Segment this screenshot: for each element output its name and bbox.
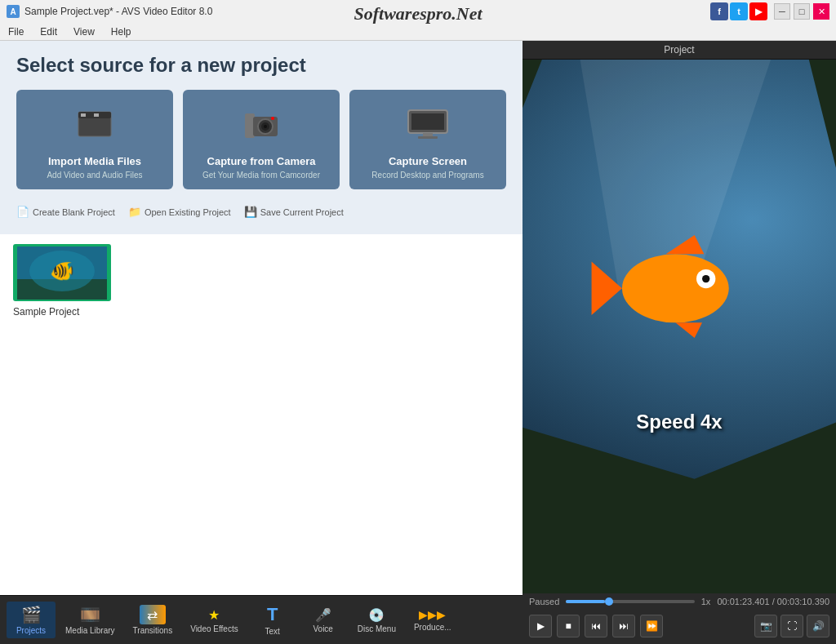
produce-label: Produce... (414, 623, 451, 632)
time-display: 00:01:23.401 / 00:03:10.390 (717, 597, 829, 606)
seek-bar[interactable] (566, 600, 694, 603)
projects-label: Projects (16, 626, 46, 635)
screen-icon (359, 100, 496, 149)
toolbar-transitions[interactable]: ⇄ Transitions (125, 602, 181, 638)
camera-card-title: Capture from Camera (193, 155, 330, 167)
svg-rect-13 (411, 113, 444, 130)
project-name: Sample Project (13, 306, 111, 318)
open-icon: 📁 (128, 206, 141, 218)
produce-icon: ▶▶▶ (419, 608, 446, 621)
svg-rect-5 (100, 113, 105, 117)
screen-card-subtitle: Record Desktop and Programs (359, 171, 496, 180)
preview-panel: Project (522, 41, 836, 644)
seek-handle (605, 597, 613, 606)
projects-area: 🐠 Sample Project (0, 234, 522, 595)
create-blank-label: Create Blank Project (33, 207, 115, 217)
prev-button[interactable]: ⏮ (585, 615, 607, 637)
camera-card-subtitle: Get Your Media from Camcorder (193, 171, 330, 180)
main-layout: Select source for a new project (0, 41, 836, 644)
toolbar-disc[interactable]: 💿 Disc Menu (349, 604, 404, 637)
paused-label: Paused (529, 597, 559, 606)
camera-card[interactable]: Capture from Camera Get Your Media from … (183, 90, 340, 189)
title-bar: A Sample Project.vep* - AVS Video Editor… (0, 0, 836, 23)
effects-icon: ★ (208, 607, 220, 623)
source-cards: Import Media Files Add Video and Audio F… (16, 90, 506, 189)
media-label: Media Library (65, 626, 115, 635)
save-current-label: Save Current Project (260, 207, 344, 217)
text-label: Text (265, 627, 280, 636)
disc-icon: 💿 (368, 607, 385, 623)
blank-icon: 📄 (16, 206, 29, 218)
source-title: Select source for a new project (16, 54, 506, 77)
svg-rect-2 (81, 113, 86, 117)
svg-rect-3 (87, 113, 92, 117)
toolbar-projects[interactable]: 🎬 Projects (7, 602, 56, 638)
source-area: Select source for a new project (0, 41, 522, 234)
main-toolbar: 🎬 Projects 🎞️ Media Library ⇄ Transition… (0, 595, 522, 644)
voice-icon: 🎤 (315, 607, 331, 623)
project-thumbnail: 🐠 (13, 244, 111, 301)
screenshot-button[interactable]: 📷 (754, 615, 777, 637)
svg-text:🐠: 🐠 (50, 259, 74, 282)
menu-file[interactable]: File (5, 24, 27, 39)
preview-status: Paused 1x 00:01:23.401 / 00:03:10.390 (529, 597, 829, 606)
fullscreen-button[interactable]: ⛶ (780, 615, 803, 637)
source-actions: 📄 Create Blank Project 📁 Open Existing P… (16, 202, 506, 221)
toolbar-produce[interactable]: ▶▶▶ Produce... (406, 605, 460, 635)
preview-extra-buttons: 📷 ⛶ 🔊 (754, 615, 829, 637)
left-panel: Select source for a new project (0, 41, 522, 644)
toolbar-text[interactable]: T Text (248, 601, 297, 639)
toolbar-media[interactable]: 🎞️ Media Library (57, 602, 123, 638)
menu-view[interactable]: View (70, 24, 98, 39)
maximize-button[interactable]: □ (794, 3, 810, 20)
save-current-btn[interactable]: 💾 Save Current Project (244, 206, 344, 218)
watermark: Softwarespro.Net (354, 3, 482, 24)
twitter-icon[interactable]: t (730, 2, 748, 20)
ffwd-button[interactable]: ⏩ (640, 615, 663, 637)
import-card-title: Import Media Files (26, 155, 163, 167)
next-button[interactable]: ⏭ (612, 615, 635, 637)
camera-icon (193, 100, 330, 149)
svg-rect-4 (94, 113, 99, 117)
window-controls: ─ □ ✕ (774, 3, 829, 20)
social-icons: f t ▶ (710, 2, 767, 20)
media-icon: 🎞️ (80, 605, 100, 624)
import-card[interactable]: Import Media Files Add Video and Audio F… (16, 90, 173, 189)
voice-label: Voice (313, 624, 332, 633)
create-blank-btn[interactable]: 📄 Create Blank Project (16, 206, 115, 218)
playback-buttons: ▶ ■ ⏮ ⏭ ⏩ 📷 ⛶ 🔊 (529, 611, 829, 641)
speed-overlay: Speed 4x (636, 411, 722, 433)
volume-button[interactable]: 🔊 (807, 615, 829, 637)
svg-rect-15 (418, 136, 438, 139)
menu-edit[interactable]: Edit (37, 24, 60, 39)
menu-bar: File Edit View Help (0, 23, 836, 41)
transitions-icon: ⇄ (140, 605, 166, 624)
screen-card[interactable]: Capture Screen Record Desktop and Progra… (349, 90, 506, 189)
play-button[interactable]: ▶ (529, 615, 552, 637)
preview-controls: Paused 1x 00:01:23.401 / 00:03:10.390 ▶ … (522, 593, 836, 644)
close-button[interactable]: ✕ (813, 3, 829, 20)
minimize-button[interactable]: ─ (774, 3, 790, 20)
stop-button[interactable]: ■ (557, 615, 580, 637)
svg-point-10 (264, 125, 267, 128)
transitions-label: Transitions (133, 626, 173, 635)
import-icon (26, 100, 163, 149)
toolbar-voice[interactable]: 🎤 Voice (299, 604, 348, 637)
menu-help[interactable]: Help (108, 24, 135, 39)
seek-progress (566, 600, 604, 603)
svg-point-25 (622, 254, 729, 322)
open-existing-label: Open Existing Project (145, 207, 231, 217)
preview-area: Speed 4x (522, 60, 836, 593)
text-icon: T (267, 604, 278, 625)
facebook-icon[interactable]: f (710, 2, 728, 20)
toolbar-effects[interactable]: ★ Video Effects (182, 604, 247, 637)
svg-point-28 (702, 275, 709, 282)
open-existing-btn[interactable]: 📁 Open Existing Project (128, 206, 231, 218)
project-item[interactable]: 🐠 Sample Project (13, 244, 111, 318)
effects-label: Video Effects (190, 624, 238, 633)
speed-label: 1x (701, 597, 711, 606)
disc-label: Disc Menu (358, 624, 396, 633)
svg-rect-14 (423, 133, 433, 136)
youtube-icon[interactable]: ▶ (749, 2, 767, 20)
save-icon: 💾 (244, 206, 257, 218)
